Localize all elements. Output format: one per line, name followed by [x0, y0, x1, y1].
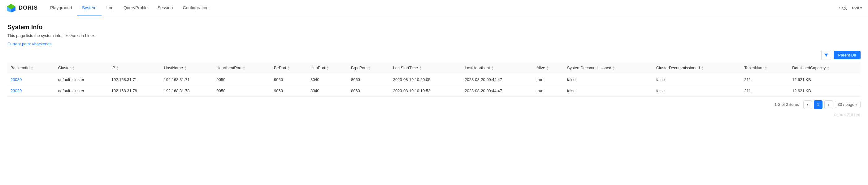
cell-backendid[interactable]: 23030	[7, 74, 55, 85]
nav-item-queryprofile[interactable]: QueryProfile	[119, 0, 153, 16]
cell-brpcport: 8060	[348, 85, 390, 96]
cell-hostname: 192.168.31.78	[161, 85, 213, 96]
cell-laststarttime: 2023-08-19 10:20:05	[390, 74, 462, 85]
cell-systemdecommissioned: false	[564, 85, 653, 96]
cell-beport: 9060	[271, 74, 307, 85]
cell-tabletnum: 211	[741, 74, 789, 85]
table-body: 23030default_cluster192.168.31.71192.168…	[7, 74, 861, 96]
cell-ip: 192.168.31.71	[108, 74, 161, 85]
next-page-button[interactable]: ›	[824, 100, 833, 109]
filter-button[interactable]	[821, 50, 831, 60]
col-systemdecommissioned[interactable]: SystemDecommissioned▲▼	[564, 62, 653, 74]
col-brpcport[interactable]: BrpcPort▲▼	[348, 62, 390, 74]
logo-area: DORIS	[6, 3, 38, 13]
cell-hostname: 192.168.31.71	[161, 74, 213, 85]
prev-page-button[interactable]: ‹	[803, 100, 812, 109]
table-header: BackendId▲▼ Cluster▲▼ IP▲▼ HostName▲▼ He…	[7, 62, 861, 74]
page-size-selector[interactable]: 30 / page	[835, 101, 861, 108]
cell-alive: true	[533, 85, 564, 96]
cell-alive: true	[533, 74, 564, 85]
page-title: System Info	[7, 24, 861, 31]
cell-httpport: 8040	[307, 74, 348, 85]
cell-cluster: default_cluster	[55, 85, 108, 96]
cell-clusterdecommissioned: false	[653, 74, 741, 85]
cell-systemdecommissioned: false	[564, 74, 653, 85]
col-beport[interactable]: BePort▲▼	[271, 62, 307, 74]
cell-lastheartbeat: 2023-08-20 09:44:47	[462, 85, 533, 96]
col-heartbeatport[interactable]: HeartbeatPort▲▼	[213, 62, 271, 74]
cell-backendid[interactable]: 23029	[7, 85, 55, 96]
page-description: This page lists the system info, like /p…	[7, 33, 861, 38]
header-right: 中文 root	[839, 5, 862, 11]
nav-item-system[interactable]: System	[77, 0, 101, 16]
toolbar: Parent Dir	[7, 50, 861, 60]
filter-icon	[824, 53, 828, 57]
cell-heartbeatport: 9050	[213, 85, 271, 96]
nav-item-playground[interactable]: Playground	[45, 0, 77, 16]
cell-tabletnum: 211	[741, 85, 789, 96]
footer-watermark: CSDN ©乙真仙仙	[0, 111, 868, 120]
nav-item-session[interactable]: Session	[153, 0, 178, 16]
col-ip[interactable]: IP▲▼	[108, 62, 161, 74]
nav-item-configuration[interactable]: Configuration	[178, 0, 214, 16]
col-httpport[interactable]: HttpPort▲▼	[307, 62, 348, 74]
cell-datausedcapacity: 12.621 KB	[789, 74, 861, 85]
nav-links: Playground System Log QueryProfile Sessi…	[45, 0, 839, 16]
col-alive[interactable]: Alive▲▼	[533, 62, 564, 74]
col-datausedcapacity[interactable]: DataUsedCapacity▲▼	[789, 62, 861, 74]
col-clusterdecommissioned[interactable]: ClusterDecommissioned▲▼	[653, 62, 741, 74]
nav-item-log[interactable]: Log	[101, 0, 119, 16]
page-desc-suffix: in Linux.	[80, 33, 96, 38]
pagination-row: 1-2 of 2 items ‹ 1 › 30 / page	[7, 97, 861, 111]
user-menu[interactable]: root	[852, 6, 862, 10]
cell-datausedcapacity: 12.621 KB	[789, 85, 861, 96]
language-switch[interactable]: 中文	[839, 5, 847, 11]
cell-lastheartbeat: 2023-08-20 09:44:47	[462, 74, 533, 85]
page-desc-highlight: /proc	[70, 33, 80, 38]
col-cluster[interactable]: Cluster▲▼	[55, 62, 108, 74]
col-hostname[interactable]: HostName▲▼	[161, 62, 213, 74]
cell-brpcport: 8060	[348, 74, 390, 85]
parent-dir-button[interactable]: Parent Dir	[834, 51, 861, 59]
current-path-link[interactable]: Current path: //backends	[7, 42, 52, 46]
brand-name: DORIS	[19, 5, 38, 11]
cell-heartbeatport: 9050	[213, 74, 271, 85]
page-desc-prefix: This page lists the system info, like	[7, 33, 70, 38]
header: DORIS Playground System Log QueryProfile…	[0, 0, 868, 16]
table-row: 23030default_cluster192.168.31.71192.168…	[7, 74, 861, 85]
cell-clusterdecommissioned: false	[653, 85, 741, 96]
header-row: BackendId▲▼ Cluster▲▼ IP▲▼ HostName▲▼ He…	[7, 62, 861, 74]
doris-logo-icon	[6, 3, 16, 13]
main-content: System Info This page lists the system i…	[0, 16, 868, 111]
page-1-button[interactable]: 1	[814, 100, 823, 109]
cell-laststarttime: 2023-08-19 10:19:53	[390, 85, 462, 96]
cell-beport: 9060	[271, 85, 307, 96]
pagination-summary: 1-2 of 2 items	[775, 102, 799, 107]
cell-httpport: 8040	[307, 85, 348, 96]
col-backendid[interactable]: BackendId▲▼	[7, 62, 55, 74]
backends-table: BackendId▲▼ Cluster▲▼ IP▲▼ HostName▲▼ He…	[7, 62, 861, 97]
cell-cluster: default_cluster	[55, 74, 108, 85]
col-lastheartbeat[interactable]: LastHeartbeat▲▼	[462, 62, 533, 74]
col-tabletnum[interactable]: TabletNum▲▼	[741, 62, 789, 74]
table-row: 23029default_cluster192.168.31.78192.168…	[7, 85, 861, 96]
cell-ip: 192.168.31.78	[108, 85, 161, 96]
data-table-container: BackendId▲▼ Cluster▲▼ IP▲▼ HostName▲▼ He…	[7, 62, 861, 97]
col-laststarttime[interactable]: LastStartTime▲▼	[390, 62, 462, 74]
